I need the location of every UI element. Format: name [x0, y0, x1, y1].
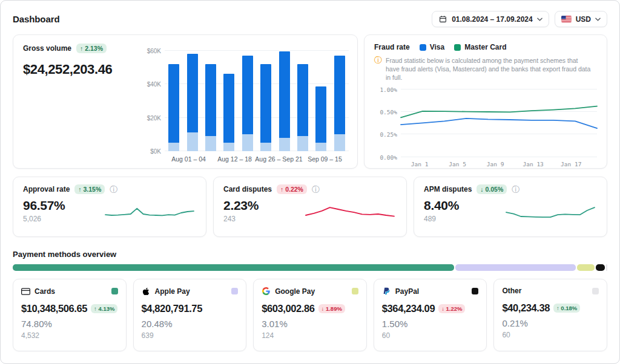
dashboard-window: Dashboard 01.08.2024 – 17.09.2024 USD: [0, 0, 620, 364]
card-disputes-sparkline: [305, 199, 395, 227]
method-value: $364,234.09: [382, 303, 435, 314]
cards-method-card: Cards $10,348,506.65 ↑ 4.13% 74.80% 4,53…: [13, 279, 127, 351]
method-value: $40,234.38: [502, 302, 550, 314]
metrics-row: Approval rate ↑ 3.15% ⓘ 96.57% 5,026 Car…: [1, 177, 619, 237]
info-icon[interactable]: ⓘ: [312, 186, 320, 193]
y-axis-tick: $20K: [147, 114, 161, 121]
calendar-icon: [438, 15, 447, 24]
bar-segment-base: [168, 143, 179, 151]
bar-segment-main: [334, 56, 345, 134]
method-name: Other: [502, 287, 521, 295]
progress-segment-apple-pay: [455, 264, 576, 271]
method-delta-badge: ↑ 4.13%: [91, 304, 117, 313]
y-axis-tick: 1.00%: [380, 86, 397, 93]
info-icon: ⓘ: [374, 56, 382, 82]
bar: [223, 74, 234, 151]
bar-segment-base: [223, 143, 234, 151]
approval-rate-label: Approval rate: [23, 185, 70, 193]
bar-segment-main: [187, 54, 198, 132]
top-charts-row: Gross volume ↑ 2.13% $24,252,203.46 $0K$…: [1, 34, 619, 169]
method-value: $4,820,791.75: [142, 303, 202, 314]
bar: [279, 51, 290, 151]
method-share: 1.50%: [382, 319, 479, 329]
sparkline-path: [105, 209, 194, 216]
x-axis-tick: Aug 01 – 04: [171, 155, 206, 163]
method-color-swatch: [352, 288, 358, 294]
bar-segment-base: [315, 143, 326, 151]
x-axis-tick: Aug 26 – Sep 21: [255, 155, 302, 163]
date-range-picker[interactable]: 01.08.2024 – 17.09.2024: [432, 11, 549, 27]
method-share: 0.21%: [502, 318, 599, 328]
progress-segment-other: [606, 264, 607, 271]
bar-segment-main: [168, 64, 179, 143]
sparkline-path: [306, 207, 394, 216]
progress-segment-paypal: [596, 264, 605, 271]
method-share: 74.80%: [21, 319, 118, 329]
fraud-note-text: Fraud statistic below is calculated amon…: [386, 56, 593, 82]
method-count: 124: [262, 331, 358, 340]
fraud-rate-card: Fraud rate Visa Master Card ⓘ Fraud stat…: [364, 34, 607, 169]
y-axis-tick: 0.50%: [380, 108, 397, 115]
legend-mastercard: Master Card: [454, 43, 506, 51]
method-delta-badge: ↓ 1.89%: [318, 304, 345, 313]
method-count: 60: [502, 331, 599, 339]
method-delta-badge: ↑ 0.18%: [553, 304, 580, 313]
method-delta-badge: ↓ 1.22%: [438, 304, 465, 313]
bar: [315, 86, 326, 151]
apm-disputes-delta-badge: ↓ 0.05%: [477, 184, 507, 194]
gross-volume-card: Gross volume ↑ 2.13% $24,252,203.46 $0K$…: [13, 34, 358, 169]
paypal-icon: [382, 287, 391, 296]
x-axis-tick: Sep 09 – 15: [308, 155, 342, 163]
bar: [205, 64, 216, 151]
card-disputes-delta-badge: ↑ 0.22%: [277, 184, 307, 194]
bar: [242, 56, 253, 151]
method-color-swatch: [231, 288, 238, 294]
bar-segment-base: [242, 134, 253, 151]
bar-segment-main: [279, 51, 290, 138]
method-share: 20.48%: [142, 319, 239, 329]
gross-volume-plot: $0K$20K$40K$60K: [165, 47, 349, 151]
y-axis-tick: $0K: [150, 148, 161, 155]
y-axis-tick: $40K: [147, 81, 161, 88]
currency-label: USD: [576, 15, 591, 24]
us-flag-icon: [561, 16, 572, 22]
bar-segment-main: [297, 64, 308, 136]
bar: [334, 56, 345, 151]
chevron-down-icon: [595, 18, 601, 21]
bar: [187, 54, 198, 151]
bar: [260, 64, 271, 151]
apple-pay-method-card: Apple Pay $4,820,791.75 20.48% 639: [133, 279, 247, 351]
bar-segment-main: [260, 64, 271, 143]
y-axis-tick: 0.25%: [380, 131, 397, 138]
gridline: [165, 50, 349, 51]
method-color-swatch: [472, 288, 478, 294]
other-method-card: Other $40,234.38 ↑ 0.18% 0.21% 60: [493, 279, 607, 351]
info-icon[interactable]: ⓘ: [110, 186, 117, 193]
bar-segment-base: [279, 138, 290, 151]
method-color-swatch: [592, 288, 599, 294]
header: Dashboard 01.08.2024 – 17.09.2024 USD: [1, 1, 619, 34]
method-share: 3.01%: [262, 319, 358, 329]
x-axis-tick: Jan 13: [523, 161, 544, 167]
payment-methods-row: Cards $10,348,506.65 ↑ 4.13% 74.80% 4,53…: [1, 279, 619, 351]
method-count: 4,532: [21, 331, 118, 340]
x-axis-tick: Aug 12 – 18: [217, 155, 252, 163]
y-axis-tick: 0.00%: [380, 154, 397, 160]
bar-segment-base: [334, 134, 345, 151]
bar-segment-base: [260, 143, 271, 151]
fraud-rate-plot: 0.00%0.25%0.50%1.00%: [401, 89, 597, 157]
progress-segment-cards: [13, 264, 454, 271]
bar: [168, 64, 179, 151]
method-color-swatch: [111, 288, 118, 294]
payment-methods-distribution-bar: [13, 264, 607, 271]
bar-segment-base: [205, 136, 216, 151]
apm-disputes-label: APM disputes: [424, 185, 472, 193]
mastercard-legend-swatch: [454, 44, 461, 51]
card-disputes-label: Card disputes: [223, 185, 272, 193]
currency-selector[interactable]: USD: [555, 11, 607, 27]
x-axis-tick: Jan 5: [449, 161, 466, 167]
bar-segment-main: [242, 56, 253, 134]
info-icon[interactable]: ⓘ: [512, 186, 519, 193]
x-axis-tick: Jan 17: [561, 161, 581, 167]
progress-segment-google-pay: [577, 264, 595, 271]
